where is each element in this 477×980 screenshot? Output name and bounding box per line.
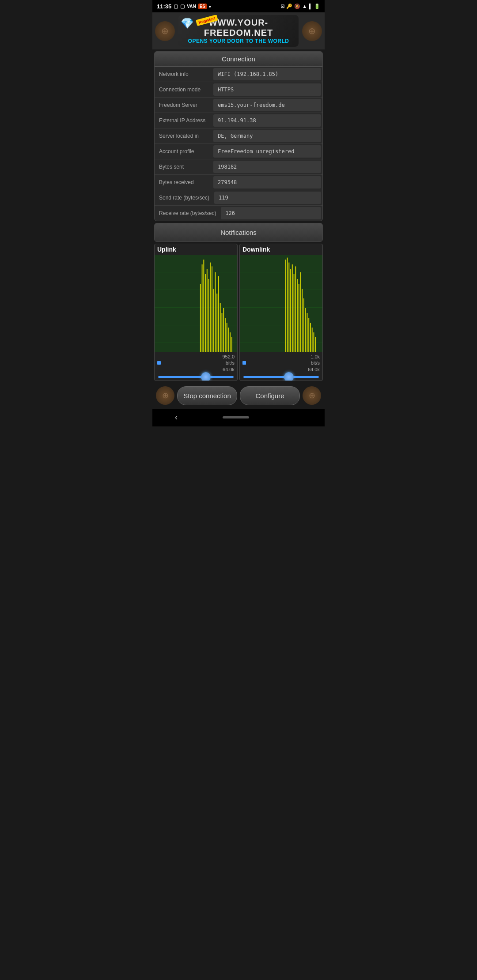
key-icon: 🔑: [286, 4, 292, 9]
label-account-profile: Account profile: [155, 145, 212, 158]
svg-rect-38: [308, 318, 309, 352]
downlink-chart-panel: Downlink: [239, 244, 323, 381]
crosshair-left-icon: ⊕: [161, 26, 169, 36]
downlink-chart-area: [240, 255, 322, 352]
label-bytes-sent: Bytes sent: [155, 160, 212, 173]
uplink-chart-area: [155, 255, 237, 352]
stop-connection-button[interactable]: Stop connection: [177, 386, 237, 405]
label-bytes-received: Bytes received: [155, 176, 212, 189]
time-display: 11:35: [157, 3, 171, 10]
connection-section: Connection Network info WIFI (192.168.1.…: [154, 51, 323, 221]
svg-rect-11: [215, 272, 216, 352]
svg-rect-34: [302, 289, 303, 352]
wifi-icon: ▲: [302, 4, 307, 9]
downlink-label: Downlink: [240, 244, 322, 255]
connection-title: Connection: [155, 52, 322, 67]
configure-button[interactable]: Configure: [240, 386, 300, 405]
info-row-bytes-sent: Bytes sent 198182: [155, 159, 322, 175]
svg-rect-42: [315, 337, 316, 352]
svg-rect-17: [225, 318, 226, 352]
freedom-icon: 💎: [181, 17, 194, 30]
downlink-chart-info: 1.0k bit/s 64.0k: [240, 352, 322, 374]
notifications-section: Notifications: [154, 223, 323, 242]
label-freedom-server: Freedom Server: [155, 98, 212, 112]
home-bar[interactable]: [223, 416, 249, 418]
value-network-info: WIFI (192.168.1.85): [213, 68, 321, 80]
info-row-server: Freedom Server ems15.your-freedom.de: [155, 98, 322, 113]
value-account-profile: FreeFreedom unregistered: [213, 145, 321, 158]
svg-rect-28: [292, 264, 293, 352]
uplink-slider-track[interactable]: [158, 376, 234, 378]
svg-rect-18: [227, 323, 227, 352]
crosshair-bottom-right-icon: ⊕: [309, 391, 315, 400]
battery-icon: 🔋: [314, 4, 320, 9]
info-row-external-ip: External IP Address 91.194.91.38: [155, 113, 322, 128]
svg-rect-24: [285, 260, 286, 352]
bottom-right-corner-icon: ⊕: [303, 386, 321, 405]
uplink-label: Uplink: [155, 244, 237, 255]
label-server-location: Server located in: [155, 129, 212, 143]
svg-rect-39: [310, 323, 311, 352]
back-button[interactable]: ‹: [175, 413, 178, 422]
svg-rect-2: [200, 284, 201, 352]
svg-rect-19: [228, 328, 229, 352]
value-external-ip: 91.194.91.38: [213, 114, 321, 127]
charts-container: Uplink: [154, 244, 323, 381]
downlink-slider-container[interactable]: [240, 374, 322, 381]
downlink-dot: [242, 361, 246, 365]
svg-rect-12: [216, 294, 217, 352]
signal-icon: ▌: [309, 4, 312, 9]
downlink-slider-track[interactable]: [243, 376, 319, 378]
cast-icon: ⊡: [280, 4, 284, 9]
svg-rect-13: [218, 276, 219, 352]
uplink-slider-thumb[interactable]: [201, 372, 211, 381]
svg-rect-40: [312, 328, 313, 352]
status-text-van: VAN: [187, 4, 196, 9]
downlink-rate: 1.0k: [310, 354, 320, 359]
label-connection-mode: Connection mode: [155, 83, 212, 96]
info-row-account: Account profile FreeFreedom unregistered: [155, 144, 322, 159]
label-network-info: Network info: [155, 68, 212, 81]
svg-rect-27: [290, 269, 291, 352]
svg-rect-15: [221, 313, 222, 352]
svg-rect-30: [295, 266, 296, 352]
info-row-location: Server located in DE, Germany: [155, 128, 322, 144]
uplink-scale: 64.0k: [223, 367, 235, 372]
svg-rect-6: [207, 269, 208, 352]
uplink-slider-container[interactable]: [155, 374, 237, 381]
svg-rect-20: [230, 332, 231, 352]
svg-rect-41: [313, 332, 314, 352]
value-connection-mode: HTTPS: [213, 83, 321, 96]
downlink-scale: 64.0k: [308, 367, 320, 372]
label-external-ip: External IP Address: [155, 114, 212, 127]
downlink-slider-thumb[interactable]: [284, 372, 294, 381]
downlink-rate-info: 1.0k bit/s 64.0k: [308, 354, 320, 373]
crosshair-bottom-left-icon: ⊕: [162, 391, 169, 400]
info-row-send-rate: Send rate (bytes/sec) 119: [155, 190, 322, 206]
status-right: ⊡ 🔑 🔕 ▲ ▌ 🔋: [280, 4, 320, 9]
status-bar: 11:35 ▢ ▢ VAN ES • ⊡ 🔑 🔕 ▲ ▌ 🔋: [152, 0, 325, 12]
header-center[interactable]: 💎 Register! WWW.YOUR-FREEDOM.NET OPENS Y…: [178, 15, 299, 47]
nav-bar: ‹: [152, 409, 325, 426]
value-bytes-sent: 198182: [213, 161, 321, 173]
header-tagline: OPENS YOUR DOOR TO THE WORLD: [183, 38, 294, 44]
svg-rect-16: [223, 308, 224, 352]
status-icon-square1: ▢: [174, 4, 178, 9]
header-banner: ⊕ 💎 Register! WWW.YOUR-FREEDOM.NET OPENS…: [152, 12, 325, 49]
info-row-network: Network info WIFI (192.168.1.85): [155, 67, 322, 82]
uplink-grid: [155, 255, 237, 352]
uplink-chart-info: 952.0 bit/s 64.0k: [155, 352, 237, 374]
svg-rect-32: [299, 284, 299, 352]
uplink-unit: bit/s: [226, 360, 235, 366]
svg-rect-4: [203, 260, 204, 352]
uplink-dot: [157, 361, 161, 365]
status-text-es: ES: [198, 4, 207, 9]
svg-rect-25: [287, 258, 288, 352]
info-row-bytes-received: Bytes received 279548: [155, 175, 322, 190]
downlink-unit: bit/s: [311, 360, 320, 366]
svg-rect-36: [305, 308, 306, 352]
crosshair-right-icon: ⊕: [308, 26, 316, 36]
svg-rect-29: [294, 274, 295, 352]
bottom-left-corner-icon: ⊕: [156, 386, 174, 405]
value-send-rate: 119: [214, 192, 321, 204]
